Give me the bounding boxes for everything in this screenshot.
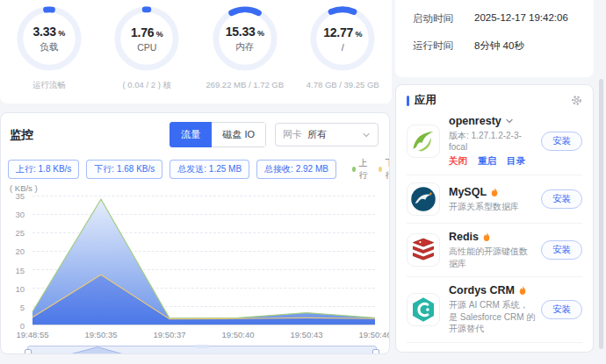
y-tick-label: 25 xyxy=(15,228,25,238)
traffic-stat-badge: 总发送: 1.25 MB xyxy=(170,160,249,179)
gauge-ring: 3.33 %负载 xyxy=(15,4,83,73)
tab-流量[interactable]: 流量 xyxy=(170,122,212,147)
gauge-负载: 3.33 %负载运行流畅 xyxy=(0,0,98,103)
traffic-stats-row: 上行: 1.8 KB/s下行: 1.68 KB/s总发送: 1.25 MB总接收… xyxy=(8,157,380,182)
install-button[interactable]: 安装 xyxy=(541,300,582,319)
app-name-row: openresty xyxy=(449,115,536,127)
install-button[interactable]: 安装 xyxy=(541,132,582,151)
vertical-scrollbar[interactable] xyxy=(599,79,603,349)
gauge-percent: 12.77 % xyxy=(323,25,362,39)
chart-plot-area xyxy=(32,196,375,325)
legend-item-上行[interactable]: 上行 xyxy=(352,157,370,182)
app-name: MySQL xyxy=(449,186,487,198)
gauge-ring: 1.76 %CPU xyxy=(112,4,181,73)
app-name: openresty xyxy=(449,115,501,127)
gauge-caption: 269.22 MB / 1.72 GB xyxy=(206,80,284,89)
gauge-label: 内存 xyxy=(235,41,254,54)
x-axis-labels: 19:48:5519:50:3519:50:3719:50:4019:50:43… xyxy=(32,328,375,339)
mysql-icon xyxy=(407,182,440,216)
y-tick-label: 35 xyxy=(15,191,25,201)
datazoom-brush[interactable] xyxy=(27,346,377,354)
apps-title: 应用 xyxy=(415,93,571,108)
brush-left-handle[interactable] xyxy=(25,349,32,354)
gauge-value: 1.76 %CPU xyxy=(112,4,181,73)
gauge-ring: 12.77 %/ xyxy=(308,4,377,73)
app-row-cordys-crm[interactable]: Cordys CRM开源 AI CRM 系统，是 Salesforce CRM … xyxy=(407,277,582,343)
area-series xyxy=(32,196,375,325)
y-axis-ticks: 05101520253035 xyxy=(6,196,27,325)
uptime-row: 启动时间2025-12-17 19:42:06 xyxy=(413,12,594,25)
gauge-caption: 4.78 GB / 39.25 GB xyxy=(307,80,379,89)
brush-right-handle[interactable] xyxy=(372,349,379,354)
tab-磁盘 IO[interactable]: 磁盘 IO xyxy=(212,122,266,147)
legend-dot xyxy=(379,167,382,172)
monitor-header: 监控 流量磁盘 IO 网卡 所有 xyxy=(1,113,389,147)
uptime-label: 启动时间 xyxy=(413,12,460,25)
app-row-openresty[interactable]: openresty版本: 1.27.1.2-2-3-focal关闭重启目录安装 xyxy=(407,108,582,175)
app-row-sqlbot[interactable]: SQLBot基于大模型和 RAG 的智能问数系统安装 xyxy=(407,343,582,353)
gear-icon[interactable] xyxy=(571,95,582,106)
x-tick-label: 19:50:40 xyxy=(222,330,255,339)
app-desc: 开源 AI CRM 系统，是 Salesforce CRM 的开源替代 xyxy=(449,299,536,335)
app-desc: 开源关系型数据库 xyxy=(449,201,536,213)
apps-card: 应用 openresty版本: 1.27.1.2-2-3-focal关闭重启目录… xyxy=(395,84,594,353)
gauge-label: 负载 xyxy=(40,41,58,54)
app-list: openresty版本: 1.27.1.2-2-3-focal关闭重启目录安装M… xyxy=(407,108,582,353)
app-name: Redis xyxy=(449,231,479,243)
gauge-value: 15.33 %内存 xyxy=(211,4,279,73)
fire-icon xyxy=(482,232,491,242)
x-tick-label: 19:50:43 xyxy=(291,330,323,339)
app-name: Cordys CRM xyxy=(449,284,515,296)
gauge-percent: 1.76 % xyxy=(131,25,163,39)
gauge-value: 3.33 %负载 xyxy=(15,4,83,73)
app-action-关闭[interactable]: 关闭 xyxy=(449,155,467,168)
legend-label: 上行 xyxy=(359,157,370,182)
app-action-目录[interactable]: 目录 xyxy=(507,155,525,168)
app-row-redis[interactable]: Redis高性能的开源键值数据库安装 xyxy=(407,224,582,277)
app-desc: 高性能的开源键值数据库 xyxy=(449,246,536,269)
app-name-row: Redis xyxy=(449,231,536,243)
select-prefix-label: 网卡 xyxy=(283,128,302,141)
app-name-row: SQLBot xyxy=(449,350,536,353)
app-name-row: MySQL xyxy=(449,186,536,198)
fire-icon xyxy=(518,285,527,296)
legend-item-下行[interactable]: 下行 xyxy=(379,157,390,182)
cordys-icon xyxy=(407,293,440,326)
monitor-title: 监控 xyxy=(10,127,33,143)
system-stats-card: 3.33 %负载运行流畅 1.76 %CPU( 0.04 / 2 ) 核 15.… xyxy=(0,0,392,103)
traffic-chart: ( KB/s ) 05101520253035 19:48:5519:50:35… xyxy=(6,183,379,339)
app-row-mysql[interactable]: MySQL开源关系型数据库安装 xyxy=(407,175,582,224)
y-tick-label: 0 xyxy=(20,321,25,331)
chevron-down-icon xyxy=(362,131,371,139)
fire-icon xyxy=(494,351,502,353)
y-tick-label: 10 xyxy=(15,283,25,293)
y-tick-label: 30 xyxy=(15,210,25,219)
section-accent-bar xyxy=(407,96,409,106)
app-info: MySQL开源关系型数据库 xyxy=(449,186,536,213)
chart-legend: 上行下行 xyxy=(343,157,390,182)
apps-header: 应用 xyxy=(407,93,582,108)
install-button[interactable]: 安装 xyxy=(541,189,582,209)
traffic-stat-badge: 上行: 1.8 KB/s xyxy=(8,160,79,179)
app-info: Redis高性能的开源键值数据库 xyxy=(449,231,536,269)
uptime-card: 启动时间2025-12-17 19:42:06运行时间8分钟 40秒 xyxy=(395,0,594,77)
y-tick-label: 5 xyxy=(20,302,25,311)
chevron-down-icon[interactable] xyxy=(505,117,514,125)
uptime-row: 运行时间8分钟 40秒 xyxy=(413,39,594,53)
network-card-select[interactable]: 网卡 所有 xyxy=(275,123,379,146)
gauge-caption: 运行流畅 xyxy=(32,80,66,91)
uptime-value: 8分钟 40秒 xyxy=(474,39,524,53)
x-tick-label: 19:50:35 xyxy=(85,330,118,339)
gauge-label: / xyxy=(342,42,344,53)
app-action-重启[interactable]: 重启 xyxy=(478,155,496,168)
app-actions: 关闭重启目录 xyxy=(449,155,536,168)
traffic-stat-badge: 总接收: 2.92 MB xyxy=(256,160,336,179)
y-tick-label: 20 xyxy=(15,246,25,256)
app-info: SQLBot基于大模型和 RAG 的智能问数系统 xyxy=(449,350,536,353)
openresty-icon xyxy=(407,125,440,158)
y-tick-label: 15 xyxy=(15,265,25,275)
app-name: SQLBot xyxy=(449,350,490,353)
brush-silhouette xyxy=(28,346,376,354)
install-button[interactable]: 安装 xyxy=(541,240,582,260)
uptime-value: 2025-12-17 19:42:06 xyxy=(474,12,568,25)
